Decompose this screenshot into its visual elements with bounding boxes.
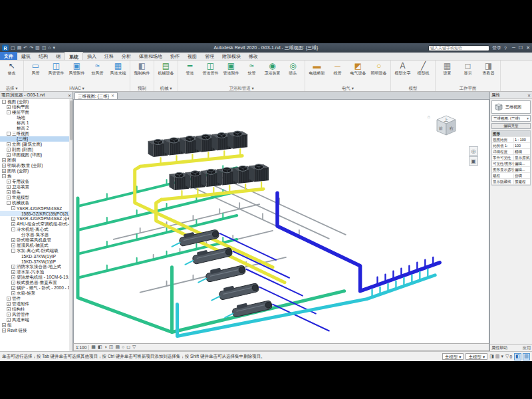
ribbon-tab[interactable]: 体量和场地 — [135, 52, 166, 60]
tree-item[interactable]: - YSKR-420/K5PM/4SSZ — [0, 205, 69, 211]
ribbon-button[interactable]: ◧ 预制构件 — [132, 61, 152, 85]
tree-expander-icon[interactable]: - — [11, 249, 15, 253]
browser-scrollbar[interactable] — [69, 99, 72, 351]
quick-access-icon[interactable]: ⌂ — [48, 45, 51, 51]
ribbon-button[interactable]: ◩ 电气设备 — [348, 61, 368, 85]
cooling-tower-bank-lower[interactable] — [170, 164, 269, 190]
tree-item[interactable]: + 立面 (建筑立面) — [0, 142, 69, 147]
ribbon-button[interactable]: A 模型文字 — [392, 61, 413, 85]
tree-item[interactable]: - 机械设备 — [0, 200, 69, 205]
ribbon-button[interactable]: ◫ 风管管件 — [46, 61, 66, 85]
property-row[interactable]: 规程 协调 — [492, 173, 530, 179]
ribbon-panel-label[interactable]: 模型 — [392, 85, 434, 91]
ribbon-panel-label[interactable]: 工作平面 — [437, 85, 499, 91]
tree-item[interactable]: 15KD-37KW(1)4P — [0, 253, 69, 259]
ribbon-button[interactable]: ○ 照明设备 — [368, 61, 389, 85]
tree-item[interactable]: + 管道附件 — [0, 301, 69, 307]
status-icon[interactable]: ◨ — [489, 354, 494, 359]
view-control-icon[interactable]: ◑ — [104, 344, 107, 350]
tree-expander-icon[interactable]: - — [2, 100, 6, 104]
ribbon-button[interactable]: ≈ 软风管 — [87, 61, 108, 85]
property-row[interactable]: 显示隐藏线 按规程 — [492, 179, 530, 185]
tree-expander-icon[interactable] — [11, 126, 15, 130]
property-row[interactable]: 图形 — [492, 131, 530, 137]
tree-item[interactable]: + 结构柱 — [0, 307, 69, 312]
tree-item[interactable]: + Revit 链接 — [0, 328, 69, 333]
tree-expander-icon[interactable]: + — [11, 275, 15, 279]
view-control-icon[interactable]: ◫ — [109, 344, 114, 350]
ribbon-panel-label[interactable]: HVAC ▾ — [25, 85, 128, 91]
tree-expander-icon[interactable] — [11, 137, 15, 141]
property-row[interactable]: 可见性/图形替换 编辑... — [492, 161, 530, 167]
revit-logo-icon[interactable]: R — [2, 45, 9, 51]
properties-close-icon[interactable]: ✕ — [527, 93, 531, 98]
ribbon-tab[interactable]: 管理 — [201, 52, 218, 60]
selection-toggle-icon[interactable]: ▥ — [523, 353, 530, 360]
minimize-button[interactable]: ─ — [512, 45, 515, 51]
view-control-icon[interactable]: ▽ — [132, 344, 136, 350]
tree-expander-icon[interactable] — [11, 121, 15, 125]
tree-item[interactable]: + 喷头 — [0, 190, 69, 195]
tree-item[interactable]: - 水泵-离心式-卧式端吸 — [0, 248, 69, 253]
ribbon-tab[interactable]: 附加模块 — [218, 52, 245, 60]
model-3d-view[interactable] — [74, 100, 489, 343]
ribbon-tab[interactable]: 建筑 — [17, 52, 35, 60]
project-browser-close-icon[interactable]: ✕ — [68, 93, 71, 98]
tree-expander-icon[interactable]: + — [7, 180, 11, 184]
cooling-tower-bank-upper[interactable] — [148, 131, 248, 157]
tree-item[interactable]: - 楼层平面 — [0, 110, 69, 115]
ribbon-panel-label[interactable]: 卫浴和管道 ▾ — [180, 85, 303, 91]
tree-expander-icon[interactable]: + — [11, 243, 15, 247]
ribbon-tab[interactable]: 结构 — [35, 52, 52, 60]
view-control-icon[interactable]: ▤ — [115, 344, 120, 350]
workset-selector[interactable]: 主模型▾ — [442, 353, 464, 360]
property-row[interactable]: 零件可见性 显示原状态 — [492, 155, 530, 161]
view-tab-close-icon[interactable]: ✕ — [111, 93, 114, 99]
ribbon-tab[interactable]: 插入 — [83, 52, 100, 60]
tree-expander-icon[interactable]: - — [7, 110, 11, 114]
tree-expander-icon[interactable]: + — [7, 185, 11, 189]
ribbon-tab[interactable]: 视图 — [184, 52, 201, 60]
edit-type-button[interactable]: 编辑类型 — [491, 123, 531, 129]
tree-expander-icon[interactable] — [16, 233, 20, 237]
drawing-area[interactable]: ⌂ 上 前 右 ◎▣ — [73, 99, 489, 343]
type-selector[interactable]: 三维视图 — [491, 100, 531, 114]
tree-expander-icon[interactable]: + — [11, 281, 15, 285]
view-tab[interactable]: 三维视图: {三维} ✕ — [74, 92, 118, 99]
tree-expander-icon[interactable]: + — [11, 238, 15, 242]
property-row[interactable]: 视图比例 1 : 100 — [492, 137, 530, 143]
tree-expander-icon[interactable]: + — [7, 302, 11, 306]
ribbon-button[interactable]: ━ 管道 — [180, 61, 200, 85]
status-icon[interactable]: ▥ — [495, 354, 500, 359]
property-row[interactable]: 比例值 1: 100 — [492, 143, 530, 149]
tree-item[interactable]: + 专用设备 — [0, 179, 69, 184]
view-control-icon[interactable]: ◻ — [126, 344, 130, 350]
tree-item[interactable]: 场地 — [0, 115, 69, 120]
ribbon-button[interactable]: ≈ 软管 — [241, 61, 262, 85]
tree-item[interactable]: 标高 1 — [0, 120, 69, 126]
tree-expander-icon[interactable]: + — [7, 148, 11, 152]
tree-expander-icon[interactable]: - — [7, 201, 11, 205]
tree-expander-icon[interactable]: + — [2, 169, 6, 173]
quick-access-icon[interactable]: ▥ — [35, 45, 40, 51]
tree-item[interactable]: + 常规模型 — [0, 195, 69, 200]
ribbon-button[interactable]: ◫ 管道管件 — [200, 61, 221, 85]
viewcube[interactable]: 上 前 右 — [432, 113, 461, 140]
tree-item[interactable]: - 视图 (全部) — [0, 99, 69, 104]
ribbon-button[interactable]: ─ 线管 — [327, 61, 348, 85]
tree-item[interactable]: + 结构平面 — [0, 104, 69, 110]
tree-expander-icon[interactable]: + — [11, 222, 15, 226]
ribbon-button[interactable]: ▣ 风管附件 — [66, 61, 87, 85]
signin-button[interactable]: 登录 — [492, 45, 501, 51]
tree-expander-icon[interactable]: + — [2, 158, 6, 162]
ribbon-button[interactable]: ◨ 查看器 — [478, 61, 499, 85]
tree-expander-icon[interactable] — [16, 259, 20, 263]
ribbon-button[interactable]: ▭ 风管 — [25, 61, 46, 85]
selection-filter[interactable]: ▽ 0 — [505, 354, 512, 359]
navigation-tool-icon[interactable]: ▣ — [469, 156, 478, 166]
tree-expander-icon[interactable]: + — [7, 190, 11, 194]
tree-expander-icon[interactable]: + — [7, 153, 11, 157]
close-button[interactable]: ✕ — [526, 45, 530, 51]
ribbon-tab[interactable]: 钢 — [52, 52, 65, 60]
view-control-icon[interactable]: ▦ — [91, 344, 96, 350]
